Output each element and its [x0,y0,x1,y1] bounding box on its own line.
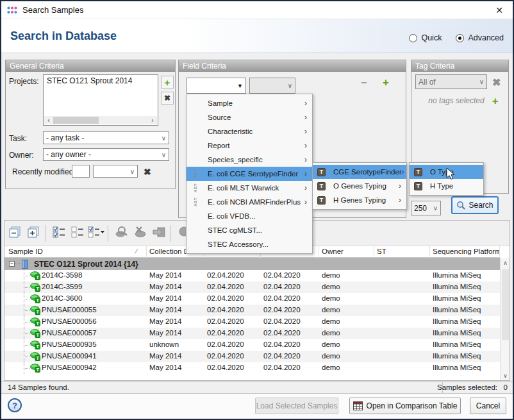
operator-combo[interactable]: ∨ [249,78,295,94]
sample-icon: T [30,294,40,305]
add-project-button[interactable]: + [161,76,174,88]
owner-combo[interactable]: - any owner - ∨ [43,148,169,161]
sample-icon: T [30,352,40,362]
last-modified-cell: 02.04.2020 [207,306,260,314]
last-modified-cell: 02.04.2020 [207,271,260,279]
tag-match-combo[interactable]: All of ∨ [415,74,487,89]
project-item[interactable]: STEC O121 Sprout 2014 [44,75,158,87]
help-button[interactable]: ? [8,398,22,412]
submenu-arrow-icon: › [304,155,312,164]
table-row-pnusae000057[interactable]: TPNUSAE000057May 201402.04.202002.04.202… [4,328,500,339]
task-template-icon: AGT [194,183,197,192]
collapse-group-icon[interactable]: − [9,261,15,267]
created-cell: 02.04.2020 [263,283,318,290]
scroll-left-icon[interactable]: ‹ [44,117,53,124]
menu-item-label: Report [208,142,230,149]
table-row-2014c-3600[interactable]: T2014C-3600May 201402.04.202002.04.2020d… [4,293,500,305]
tree-connector [24,299,29,299]
tree-connector [15,264,20,264]
table-row-pnusae000942[interactable]: TPNUSAE000942May 201402.04.202002.04.202… [4,362,500,374]
remove-project-button[interactable]: ✖ [161,92,174,105]
menu-item-e-coli-mlst-warwick[interactable]: AGTE. coli MLST Warwick› [187,181,312,195]
column-header-sample-id[interactable]: Sample ID∕ [6,246,147,258]
hscroll-track[interactable] [53,117,148,124]
svg-text:T: T [36,309,39,315]
menu-item-e-coli-ncbi-amrfinderplus[interactable]: AGTE. coli NCBI AMRFinderPlus› [187,195,312,209]
projects-hscrollbar[interactable]: ‹ › [44,116,157,124]
collapse-all-button[interactable] [6,225,23,242]
menu-item-o-genes-typing[interactable]: TO Genes Typing› [313,179,406,193]
select-all-button[interactable] [51,225,67,242]
menu-item-source[interactable]: Source› [187,110,312,124]
menu-item-label: E. coli VFDB... [208,212,256,220]
radio-quick-label: Quick [421,33,442,42]
add-tag-button[interactable]: + [492,96,498,107]
column-header-label: Sequencing Platform [433,248,500,255]
submenu-arrow-icon: › [399,196,406,205]
open-in-comparison-table-button[interactable]: Open in Comparison Table [349,398,461,414]
collection-date-cell: May 2014 [149,317,203,325]
find-related-button[interactable] [113,225,130,242]
select-all-icon [53,226,65,241]
radio-advanced-circle[interactable] [456,34,464,42]
cancel-button[interactable]: Cancel [470,398,506,414]
import-sample-button[interactable] [151,225,167,242]
projects-listbox[interactable]: STEC O121 Sprout 2014 ‹ › [43,74,158,126]
table-row-2014c-3599[interactable]: T2014C-3599May 201402.04.202002.04.2020d… [4,281,500,293]
platform-cell: Illumina MiSeq [433,317,499,325]
recently-modified-input[interactable] [72,165,90,178]
max-results-combo[interactable]: 250 ∨ [411,201,441,215]
column-header-owner[interactable]: Owner [319,246,374,258]
expand-all-button[interactable] [25,225,42,242]
radio-quick[interactable]: Quick [409,33,442,42]
menu-item-report[interactable]: Report› [187,139,312,153]
menu-item-cge-serotypefinder[interactable]: TCGE SerotypeFinder› [313,165,406,179]
owner-cell: demo [322,283,373,290]
scroll-up-icon[interactable]: ∧ [501,258,510,267]
scroll-right-icon[interactable]: › [148,117,157,124]
table-row-pnusae000935[interactable]: TPNUSAE000935unknown02.04.202002.04.2020… [4,339,500,351]
owner-cell: demo [322,294,373,302]
remove-criterion-button[interactable]: − [361,77,367,88]
scroll-down-icon[interactable]: ∨ [501,371,510,380]
tag-match-value: All of [419,78,477,87]
task-combo[interactable]: - any task - ∨ [43,131,169,144]
menu-item-h-genes-typing[interactable]: TH Genes Typing› [313,193,406,207]
field-submenu: TCGE SerotypeFinder›TO Genes Typing›TH G… [312,162,407,210]
max-results-value: 250 [414,204,431,213]
recently-modified-unit-combo[interactable]: ∨ [93,165,138,178]
close-button[interactable]: ✕ [488,1,510,19]
menu-item-stec-cgmlst[interactable]: STEC cgMLST... [187,223,312,237]
menu-item-label: E. coli NCBI AMRFinderPlus [208,198,301,206]
search-button[interactable]: Search [451,196,499,214]
menu-item-stec-accessory[interactable]: STEC Accessory... [187,237,312,251]
vertical-scrollbar[interactable]: ∧ ∨ [500,258,510,380]
column-header-st[interactable]: ST [374,246,430,258]
discard-sample-button[interactable] [132,225,149,242]
add-criterion-button[interactable]: + [383,76,389,89]
load-selected-samples-button[interactable]: Load Selected Samples [255,398,338,414]
hscroll-thumb[interactable] [53,117,99,124]
menu-item-species-specific[interactable]: Species_specific› [187,153,312,167]
table-row-pnusae000055[interactable]: TPNUSAE000055May 201402.04.202002.04.202… [4,305,500,316]
table-row-pnusae000941[interactable]: TPNUSAE000941May 201402.04.202002.04.202… [4,351,500,362]
menu-item-e-coli-vfdb[interactable]: E. coli VFDB... [187,209,312,223]
clear-tags-button[interactable]: ✖ [492,76,501,88]
menu-item-characteristic[interactable]: Characteristic› [187,124,312,139]
menu-item-e-coli-cge-serotypefinder[interactable]: AGTE. coli CGE SerotypeFinder› [187,167,312,181]
table-row-pnusae000056[interactable]: TPNUSAE000056May 201402.04.202002.04.202… [4,316,500,328]
column-header-sequencing-platform[interactable]: Sequencing Platform [430,246,500,258]
group-row[interactable]: − STEC O121 Sprout 2014 {14} [4,258,500,270]
menu-item-sample[interactable]: Sample› [187,96,312,110]
vscroll-thumb[interactable] [502,269,509,340]
radio-quick-circle[interactable] [409,34,417,42]
combo-arrow-icon: ▼ [237,83,243,89]
clear-recently-modified-button[interactable]: ✖ [144,167,151,177]
menu-item-h-type[interactable]: TH Type [410,179,483,193]
radio-advanced[interactable]: Advanced [456,33,504,42]
field-selector-combo[interactable]: ▼ [187,78,246,94]
selection-options-button[interactable] [88,225,104,242]
deselect-all-button[interactable] [69,225,86,242]
task-template-icon: AGT [194,169,197,178]
table-row-2014c-3598[interactable]: T2014C-3598May 201402.04.202002.04.2020d… [4,270,500,281]
